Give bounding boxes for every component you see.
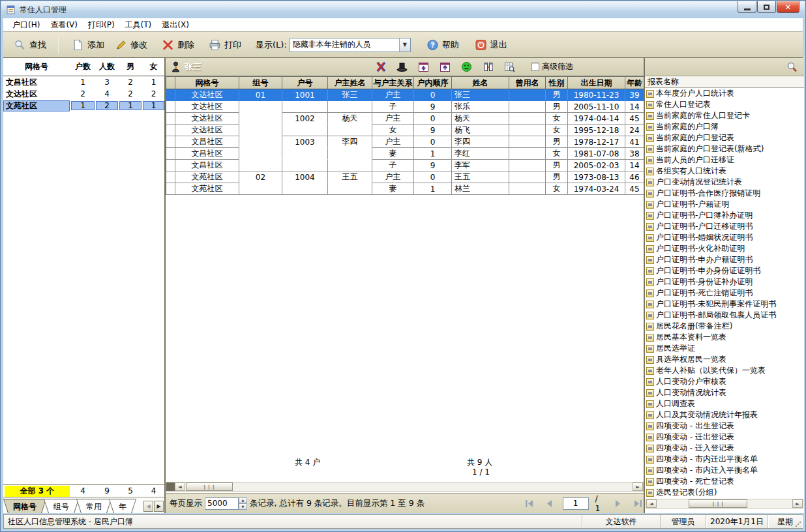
tab-常用[interactable]: 常用	[76, 499, 112, 513]
delete-button[interactable]: 删除	[157, 37, 200, 53]
find-button[interactable]: 查找	[8, 37, 52, 53]
report-item[interactable]: 户口变动情况登记统计表	[645, 177, 804, 188]
tab-年[interactable]: 年	[109, 499, 136, 513]
report-item[interactable]: 本年度分户人口统计表	[645, 88, 804, 99]
report-item[interactable]: 四项变动 - 出生登记表	[645, 421, 804, 432]
table-row[interactable]: 文昌社区妻1李红女1981-07-0838	[166, 148, 644, 160]
report-item[interactable]: 当前家庭的户口登记表(新格式)	[645, 143, 804, 155]
grid-summary-row[interactable]: 文达社区2422	[3, 88, 164, 100]
report-item[interactable]: 户口证明书-火化补助证明	[645, 243, 804, 254]
import-window-up-icon[interactable]	[439, 61, 451, 73]
spinner-up-icon[interactable]: ▲	[239, 497, 247, 504]
table-row[interactable]: 文达社区011001张三户主0张三男1980-11-2339	[166, 89, 644, 101]
report-item[interactable]: 四项变动 - 市内迁入平衡名单	[645, 465, 804, 476]
report-item[interactable]: 户口证明书-未犯民刑事案件证明书	[645, 299, 804, 310]
scroll-left-arrow[interactable]: ◄	[646, 499, 657, 508]
restore-button[interactable]	[757, 1, 776, 13]
close-button[interactable]: ✕	[777, 1, 799, 13]
column-header[interactable]: 与户主关系	[372, 77, 414, 89]
table-row[interactable]: 文昌社区子9李军男2005-02-0314	[166, 160, 644, 171]
report-item[interactable]: 户口证明书-户口簿补办证明	[645, 210, 804, 221]
report-item[interactable]: 人口变动情况统计表	[645, 387, 804, 398]
report-item[interactable]: 四项变动 - 迁入登记表	[645, 443, 804, 454]
menu-item[interactable]: 户口(H)	[7, 18, 45, 32]
report-item[interactable]: 四项变动 - 迁出登记表	[645, 432, 804, 443]
print-button[interactable]: 打印	[203, 37, 246, 53]
tab-scroll-right-icon[interactable]: ▶	[154, 501, 164, 512]
report-item[interactable]: 具选举权居民一览表	[645, 354, 804, 365]
row-selector[interactable]	[166, 89, 175, 101]
tab-网格号[interactable]: 网格号	[3, 499, 46, 513]
table-row[interactable]: 文苑社区021004王五户主0王五男1973-08-1346	[166, 171, 644, 183]
column-header[interactable]: 户主姓名	[328, 77, 372, 89]
column-header[interactable]: 姓名	[452, 77, 509, 89]
report-item[interactable]: 户口证明书-婚姻状况证明书	[645, 232, 804, 243]
scrollbar-track[interactable]	[748, 499, 792, 508]
scroll-right-arrow[interactable]: ►	[633, 482, 643, 491]
report-item[interactable]: 户口证明书-身份证补办证明	[645, 276, 804, 288]
next-page-button[interactable]	[611, 497, 624, 510]
column-header[interactable]: 曾用名	[509, 77, 546, 89]
resize-grip[interactable]	[795, 521, 801, 527]
report-item[interactable]: 户口证明书-申办身份证证明书	[645, 265, 804, 276]
chevron-down-icon[interactable]: ▼	[399, 38, 410, 52]
magic-hat-icon[interactable]	[396, 61, 408, 73]
table-row[interactable]: 文达社区女9杨飞女1995-12-1824	[166, 125, 644, 136]
report-item[interactable]: 当前家庭的常住人口登记卡	[645, 110, 804, 121]
grid-summary-row[interactable]: 文昌社区1321	[3, 76, 164, 88]
menu-item[interactable]: 打印(P)	[83, 18, 120, 32]
menu-item[interactable]: 查看(V)	[45, 18, 83, 32]
help-button[interactable]: ? 帮助	[421, 37, 464, 53]
report-item[interactable]: 居民花名册(带备注栏)	[645, 321, 804, 332]
row-selector[interactable]	[166, 183, 175, 195]
column-header[interactable]: 年龄	[625, 77, 644, 89]
report-item[interactable]: 人口变动分户审核表	[645, 376, 804, 387]
report-horizontal-scrollbar[interactable]: ◄ ❙❙❙ ►	[646, 499, 803, 509]
column-header[interactable]: 户内顺序	[414, 77, 452, 89]
per-page-spinner[interactable]: ▲ ▼	[239, 497, 247, 510]
last-page-button[interactable]	[631, 497, 644, 510]
grid-summary-row[interactable]: 文苑社区1211	[3, 100, 164, 111]
report-item[interactable]: 户口证明书-邮局领取包裹人员证书	[645, 310, 804, 321]
scrollbar-track[interactable]	[657, 499, 688, 508]
row-selector[interactable]	[166, 171, 175, 183]
prev-page-button[interactable]	[543, 497, 556, 510]
table-horizontal-scrollbar[interactable]: ◄ ❙❙❙ ►	[166, 482, 644, 492]
report-item[interactable]: 各组实有人口统计表	[645, 166, 804, 177]
excel-export-icon[interactable]	[374, 61, 387, 73]
scrollbar-track[interactable]	[233, 482, 633, 491]
table-row[interactable]: 文昌社区1003李四户主0李四男1978-12-1741	[166, 136, 644, 148]
column-header[interactable]: 组号	[239, 77, 282, 89]
column-header[interactable]: 出生日期	[568, 77, 625, 89]
report-item[interactable]: 居民基本资料一览表	[645, 332, 804, 343]
report-item[interactable]: 当前人员的户口迁移证	[645, 155, 804, 166]
tab-组号[interactable]: 组号	[44, 499, 79, 513]
scrollbar-thumb[interactable]: ❙❙❙	[689, 499, 747, 508]
table-row[interactable]: 文达社区子9张乐男2005-11-1014	[166, 101, 644, 113]
scroll-right-arrow[interactable]: ►	[792, 499, 803, 508]
report-item[interactable]: 常住人口登记表	[645, 99, 804, 110]
tab-scroll-left-icon[interactable]: ◀	[143, 501, 153, 512]
columns-icon[interactable]	[482, 61, 494, 73]
table-row[interactable]: 文苑社区妻1林兰女1974-03-2445	[166, 183, 644, 195]
scrollbar-thumb[interactable]: ❙❙❙	[186, 482, 233, 491]
spinner-down-icon[interactable]: ▼	[239, 503, 247, 510]
report-item[interactable]: 户口证明书-合作医疗报销证明	[645, 188, 804, 199]
add-button[interactable]: 添加	[67, 37, 110, 53]
exit-button[interactable]: 退出	[470, 37, 513, 53]
print-preview-icon[interactable]	[503, 61, 516, 73]
face-status-icon[interactable]	[460, 61, 473, 73]
report-item[interactable]: 老年人补贴（以奖代保）一览表	[645, 365, 804, 376]
current-page-input[interactable]	[563, 497, 589, 510]
menu-item[interactable]: 工具(T)	[120, 18, 157, 32]
column-header[interactable]: 网格号	[175, 77, 239, 89]
report-item[interactable]: 选民登记表(分组)	[645, 487, 804, 498]
advanced-filter-checkbox[interactable]	[531, 63, 539, 71]
row-selector[interactable]	[166, 101, 175, 113]
table-row[interactable]: 文达社区1002杨天户主0杨天女1974-04-1445	[166, 113, 644, 125]
report-item[interactable]: 户口证明书-户籍证明	[645, 199, 804, 210]
per-page-input[interactable]	[205, 497, 239, 510]
scroll-left-arrow[interactable]: ◄	[175, 482, 185, 491]
row-selector[interactable]	[166, 160, 175, 171]
report-item[interactable]: 四项变动 - 死亡登记表	[645, 476, 804, 487]
